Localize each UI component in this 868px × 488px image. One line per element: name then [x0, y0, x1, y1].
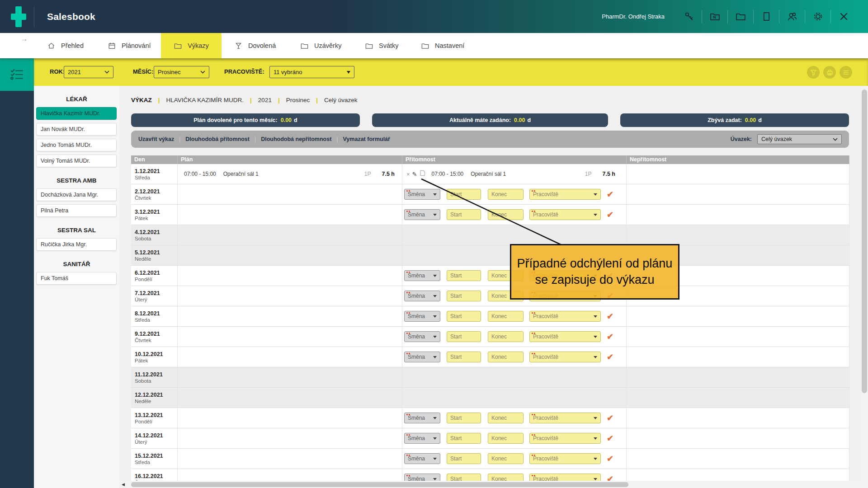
check-icon[interactable]: ✔ [607, 189, 613, 199]
sidebar-item-fuk[interactable]: Fuk Tomáš [36, 272, 117, 285]
check-icon[interactable]: ✔ [607, 311, 613, 321]
folder-n-icon[interactable]: N [709, 11, 721, 23]
uvazek-select[interactable]: Celý úvazek [757, 134, 842, 144]
workplace-select[interactable]: Pracoviště [529, 413, 601, 423]
sidebar-item-dochazkova[interactable]: Docházková Jana Mgr. [36, 188, 117, 201]
end-input[interactable] [488, 331, 524, 342]
folder-icon[interactable] [735, 11, 746, 23]
close-icon[interactable] [838, 11, 849, 23]
pracoviste-select[interactable]: 11 vybráno [269, 66, 354, 78]
shift-select[interactable]: Směna [404, 209, 440, 220]
workplace-select[interactable]: Pracoviště [529, 331, 601, 342]
checklist-icon [9, 67, 25, 82]
dlouhodoba-nepritomnost-button[interactable]: Dlouhodobá nepřítomnost [261, 136, 331, 142]
print-button[interactable] [823, 66, 836, 79]
sidebar-item-volny[interactable]: Volný Tomáš MUDr. [36, 155, 117, 167]
tab-planovani[interactable]: Plánování [108, 33, 151, 58]
start-input[interactable] [447, 433, 481, 444]
shift-select[interactable]: Směna [404, 189, 440, 200]
scrollbar-thumb[interactable] [131, 482, 628, 487]
end-input[interactable] [488, 453, 524, 464]
start-input[interactable] [447, 311, 481, 322]
uzavrit-vykaz-button[interactable]: Uzavřít výkaz [138, 136, 174, 142]
end-input[interactable] [488, 352, 524, 362]
calendar-icon [108, 42, 116, 50]
start-input[interactable] [447, 270, 481, 281]
start-input[interactable] [447, 453, 481, 464]
tab-nastaveni[interactable]: Nastavení [421, 33, 464, 58]
required-marker [406, 272, 408, 273]
end-input[interactable] [488, 413, 524, 423]
shift-select[interactable]: Směna [404, 311, 440, 322]
scrollbar-thumb[interactable] [862, 89, 867, 393]
page-icon[interactable] [760, 11, 772, 23]
check-icon[interactable]: ✔ [607, 352, 613, 362]
workplace-select[interactable]: Pracoviště [529, 189, 601, 200]
scroll-left-arrow[interactable]: ◀ [122, 482, 125, 487]
sidebar-item-jedno[interactable]: Jedno Tomáš MUDr. [36, 139, 117, 151]
tab-svatky[interactable]: Svátky [365, 33, 399, 58]
key-icon[interactable] [683, 11, 695, 23]
gear-icon[interactable] [812, 11, 824, 23]
shift-select[interactable]: Směna [404, 433, 440, 444]
sidebar-item-novak[interactable]: Jan Novák MUDr. [36, 123, 117, 136]
rok-select[interactable]: 2021 [64, 66, 113, 78]
check-icon[interactable]: ✔ [607, 454, 613, 464]
shift-select[interactable]: Směna [404, 453, 440, 464]
mesic-select[interactable]: Prosinec [154, 66, 209, 78]
workplace-select[interactable]: Pracoviště [529, 311, 601, 322]
vymazat-formular-button[interactable]: Vymazat formulář [343, 136, 390, 142]
check-icon[interactable]: ✔ [607, 413, 613, 423]
check-icon[interactable]: ✔ [607, 332, 613, 342]
table-row: 10.12.2021Pátek Směna Pracoviště ✔ [131, 347, 849, 367]
chevron-down-icon [433, 437, 437, 440]
shift-select[interactable]: Směna [404, 291, 440, 301]
workplace-select[interactable]: Pracoviště [529, 209, 601, 220]
start-input[interactable] [447, 413, 481, 423]
shift-select[interactable]: Směna [404, 352, 440, 362]
menu-button[interactable] [840, 66, 852, 79]
start-input[interactable] [447, 209, 481, 220]
tab-uzaverky[interactable]: Uzávěrky [300, 33, 341, 58]
start-input[interactable] [447, 291, 481, 301]
edit-icon[interactable]: ✎ [412, 171, 417, 178]
delete-icon[interactable]: × [406, 171, 410, 178]
dlouhodoba-pritomnost-button[interactable]: Dlouhodobá přítomnost [185, 136, 250, 142]
sidebar-item-rucicka[interactable]: Ručička Jirka Mgr. [36, 238, 117, 251]
required-marker [532, 312, 533, 314]
end-input[interactable] [488, 311, 524, 322]
back-arrow-icon[interactable]: → [21, 35, 28, 42]
tab-vykazy-active[interactable]: Výkazy [161, 33, 222, 58]
sidebar-item-hlavicka[interactable]: Hlavička Kazimír MUDr. [36, 107, 117, 120]
end-input[interactable] [488, 433, 524, 444]
divider [753, 10, 754, 23]
check-icon[interactable]: ✔ [607, 433, 613, 443]
workplace-select[interactable]: Pracoviště [529, 453, 601, 464]
start-input[interactable] [447, 352, 481, 362]
end-input[interactable] [488, 189, 524, 200]
sidebar-item-pilna[interactable]: Pilná Petra [36, 204, 117, 217]
users-icon[interactable] [786, 11, 798, 23]
table-row-weekend: 5.12.2021Neděle [131, 245, 849, 266]
table-row: 2.12.2021Čtvrtek Směna Pracoviště ✔ [131, 184, 849, 205]
tab-dovolena[interactable]: Dovolená [234, 33, 276, 58]
required-marker [532, 475, 533, 476]
shift-select[interactable]: Směna [404, 413, 440, 423]
required-marker [406, 292, 408, 293]
check-icon[interactable]: ✔ [607, 210, 613, 220]
sidebar-toggle[interactable] [0, 58, 34, 91]
workplace-select[interactable]: Pracoviště [529, 433, 601, 444]
start-input[interactable] [447, 189, 481, 200]
horizontal-scrollbar[interactable]: ◀ [119, 481, 861, 488]
banner-plan-dovolene: Plán dovolené pro tento měsíc:0.00d [131, 113, 360, 127]
shift-select[interactable]: Směna [404, 270, 440, 281]
chevron-down-icon [833, 138, 838, 141]
workplace-select[interactable]: Pracoviště [529, 352, 601, 362]
shift-select[interactable]: Směna [404, 331, 440, 342]
start-input[interactable] [447, 331, 481, 342]
vertical-scrollbar[interactable] [861, 86, 868, 488]
copy-icon[interactable] [420, 170, 425, 178]
filter-button[interactable] [807, 66, 820, 79]
tab-prehled[interactable]: Přehled [47, 33, 84, 58]
end-input[interactable] [488, 209, 524, 220]
